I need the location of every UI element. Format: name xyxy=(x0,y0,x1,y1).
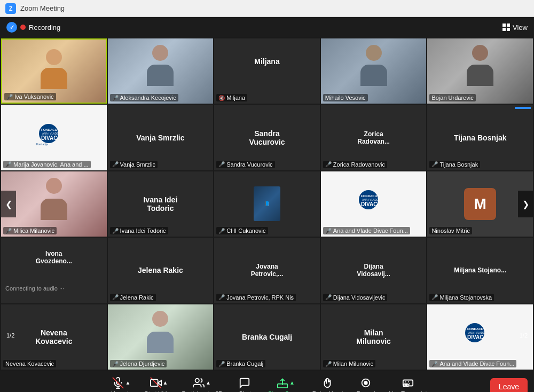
share-screen-icon-area: ▲ xyxy=(277,377,295,389)
participant-title-3: Miljana xyxy=(254,57,279,66)
participant-cell-19[interactable]: Dijana Vidosavlj... 🎤 Dijana Vidosavljev… xyxy=(321,238,427,303)
participant-cell-1[interactable]: 🎤 Iva Vuksanovic xyxy=(1,38,107,104)
participant-cell-9[interactable]: Zorica Radovan... 🎤 Zorica Radovanovic xyxy=(321,105,427,170)
participant-cell-5[interactable]: Bojan Urdarevic xyxy=(427,38,533,104)
mic-icon-3: 🔇 xyxy=(218,95,225,101)
participant-cell-6[interactable]: FONDACIJA ANA I VLADE DIVAC Fondacija 🎤 … xyxy=(1,105,107,170)
nav-arrow-left[interactable]: ❮ xyxy=(1,191,16,217)
record-button[interactable]: Record xyxy=(347,375,384,393)
live-transcript-icon-area: CC xyxy=(402,377,414,389)
participant-cell-24[interactable]: Milan Milunovic 🎤 Milan Milunovic xyxy=(321,304,427,370)
raise-hand-label: Raise Hand xyxy=(312,390,343,393)
participants-button[interactable]: ▲ Participants 27 xyxy=(178,375,226,393)
svg-text:DIVAC: DIVAC xyxy=(361,201,377,207)
svg-text:CC: CC xyxy=(403,383,409,388)
chat-icon-area xyxy=(239,377,250,389)
participant-name-9: 🎤 Zorica Radovanovic xyxy=(323,161,387,168)
participant-name-22: 🎤 Jelena Djurdjevic xyxy=(110,360,167,367)
m-badge-15: M xyxy=(464,188,496,220)
page-indicator-left: 1/2 xyxy=(6,332,14,339)
svg-point-19 xyxy=(195,378,199,382)
view-button[interactable]: View xyxy=(502,23,528,32)
participant-title-23: Branka Cugalj xyxy=(242,333,292,341)
chat-label: Chat xyxy=(239,390,251,393)
participant-cell-10[interactable]: Tijana Bosnjak 🎤 Tijana Bosnjak xyxy=(427,105,533,170)
participant-cell-17[interactable]: Jelena Rakic 🎤 Jelena Rakic xyxy=(108,238,214,303)
participant-name-8: 🎤 Sandra Vucurovic xyxy=(216,161,274,168)
participant-name-10: 🎤 Tijana Bosnjak xyxy=(429,161,480,168)
participant-name-3: 🔇 Miljana xyxy=(216,94,247,101)
participant-name-15: Ninoslav Mitric xyxy=(429,227,472,234)
participant-title-16: Ivona Gvozdeno... xyxy=(27,250,80,265)
participant-name-14: 🎤 Ana and Vlade Divac Foun... xyxy=(323,227,410,234)
participant-cell-25[interactable]: FONDACIJA ANA I VLADE DIVAC 🎤 Ana and Vl… xyxy=(427,304,533,370)
participant-title-19: Dijana Vidosavlj... xyxy=(347,263,400,278)
participant-cell-20[interactable]: Miljana Stojano... 🎤 Miljana Stojanovska xyxy=(427,238,533,303)
recording-label: Recording xyxy=(29,23,60,32)
participant-name-18: 🎤 Jovana Petrovic, RPK Nis xyxy=(216,294,296,301)
participant-cell-11[interactable]: 🎤 Milica Milanovic xyxy=(1,171,107,237)
blue-accent-10 xyxy=(515,107,531,109)
share-screen-label: Share Screen xyxy=(268,390,303,393)
participant-cell-15[interactable]: M Ninoslav Mitric xyxy=(427,171,533,237)
leave-button[interactable]: Leave xyxy=(490,378,528,392)
recording-dot xyxy=(20,25,26,30)
participant-cell-4[interactable]: Mihailo Vesovic xyxy=(321,38,427,104)
recording-badge: Recording xyxy=(6,22,60,33)
book-image-13: 📘 xyxy=(254,186,280,221)
svg-text:DIVAC: DIVAC xyxy=(41,135,57,141)
share-screen-button[interactable]: ▲ Share Screen xyxy=(263,375,308,393)
participant-name-12: 🎤 Ivana Idei Todoric xyxy=(110,227,168,234)
participant-cell-23[interactable]: Branka Cugalj 🎤 Branka Cugalj xyxy=(214,304,320,370)
svg-text:FONDACIJA: FONDACIJA xyxy=(361,194,380,198)
participant-cell-3[interactable]: Miljana 🔇 Miljana xyxy=(214,38,320,104)
participant-name-2: 🎤 Aleksandra Kecojevic xyxy=(110,94,178,101)
participant-name-19: 🎤 Dijana Vidosavljevic xyxy=(323,294,388,301)
participant-name-21: Nevena Kovacevic xyxy=(3,360,56,367)
participant-cell-21[interactable]: Nevena Kovacevic Nevena Kovacevic xyxy=(1,304,107,370)
participant-cell-18[interactable]: Jovana Petrovic,... 🎤 Jovana Petrovic, R… xyxy=(214,238,320,303)
unmute-label: Unmute xyxy=(111,390,132,393)
participant-cell-7[interactable]: Vanja Smrzlic 🎤 Vanja Smrzlic xyxy=(108,105,214,170)
video-icon-area: ▲ xyxy=(150,377,168,389)
start-video-label: Start Video xyxy=(144,390,173,393)
svg-text:DIVAC: DIVAC xyxy=(467,334,483,340)
participant-title-21: Nevena Kovacevic xyxy=(27,328,80,346)
participant-cell-12[interactable]: Ivana Idei Todoric 🎤 Ivana Idei Todoric xyxy=(108,171,214,237)
live-transcript-button[interactable]: CC Live Transcript xyxy=(384,375,431,393)
participant-name-1: 🎤 Iva Vuksanovic xyxy=(4,93,56,100)
app-title: Zoom Meeting xyxy=(20,4,65,12)
record-label: Record xyxy=(356,390,375,393)
raise-hand-button[interactable]: Raise Hand xyxy=(308,375,347,393)
participant-cell-22[interactable]: 🎤 Jelena Djurdjevic xyxy=(108,304,214,370)
participant-name-5: Bojan Urdarevic xyxy=(429,94,475,101)
start-video-button[interactable]: ▲ Start Video xyxy=(140,375,177,393)
participant-name-24: 🎤 Milan Milunovic xyxy=(323,360,375,367)
shield-icon xyxy=(6,22,17,33)
participant-cell-16[interactable]: Ivona Gvozdeno... Connecting to audio ··… xyxy=(1,238,107,303)
participant-title-8: Sandra Vucurovic xyxy=(241,129,294,146)
participant-name-17: 🎤 Jelena Rakic xyxy=(110,294,156,301)
nav-arrow-right[interactable]: ❯ xyxy=(518,191,533,217)
participant-name-20: 🎤 Miljana Stojanovska xyxy=(429,294,494,301)
view-label: View xyxy=(513,23,528,32)
video-grid: 🎤 Iva Vuksanovic 🎤 Aleksandra Kecojevic … xyxy=(0,37,534,371)
participant-cell-13[interactable]: 📘 🎤 CHI Cukanovic xyxy=(214,171,320,237)
unmute-icon-area: ▲ xyxy=(112,377,130,389)
participant-cell-8[interactable]: Sandra Vucurovic 🎤 Sandra Vucurovic xyxy=(214,105,320,170)
participant-name-25: 🎤 Ana and Vlade Divac Foun... xyxy=(429,360,516,367)
unmute-button[interactable]: ▲ Unmute xyxy=(103,375,140,393)
chat-button[interactable]: Chat xyxy=(226,375,263,393)
svg-point-23 xyxy=(364,381,367,385)
participant-cell-2[interactable]: 🎤 Aleksandra Kecojevic xyxy=(108,38,214,104)
zoom-icon: Z xyxy=(5,3,16,14)
participant-name-6: 🎤 Marija Jovanovic, Ana and ... xyxy=(3,161,91,168)
participants-icon-area: ▲ xyxy=(193,377,211,389)
record-icon-area xyxy=(360,377,372,389)
participant-title-24: Milan Milunovic xyxy=(347,328,400,346)
top-bar: Recording View xyxy=(0,17,534,37)
svg-text:FONDACIJA: FONDACIJA xyxy=(41,128,60,131)
participant-title-9: Zorica Radovan... xyxy=(347,130,400,145)
participant-cell-14[interactable]: FONDACIJA ANA I VLADE DIVAC 🎤 Ana and Vl… xyxy=(321,171,427,237)
participant-name-13: 🎤 CHI Cukanovic xyxy=(216,227,268,234)
